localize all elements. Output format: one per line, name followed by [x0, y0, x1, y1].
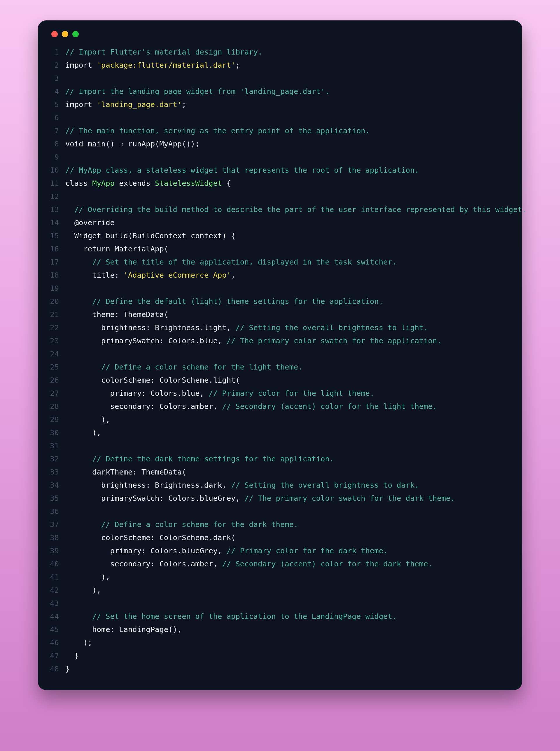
line-number: 9	[49, 150, 65, 164]
line-content: // Set the home screen of the applicatio…	[65, 610, 511, 623]
token-comment: // The main function, serving as the ent…	[65, 126, 370, 135]
line-number: 43	[49, 597, 65, 610]
code-line: 33 darkTheme: ThemeData(	[49, 465, 511, 479]
line-number: 21	[49, 308, 65, 321]
token-comment: // Set the home screen of the applicatio…	[92, 612, 397, 621]
line-content: // The main function, serving as the ent…	[65, 124, 511, 137]
token-comment: // Import the landing page widget from '…	[65, 87, 329, 96]
code-line: 42 ),	[49, 584, 511, 597]
code-line: 31	[49, 439, 511, 452]
line-number: 38	[49, 531, 65, 544]
token-plain: brightness: Brightness.dark,	[65, 481, 231, 489]
line-number: 14	[49, 216, 65, 229]
line-content: brightness: Brightness.dark, // Setting …	[65, 479, 511, 492]
line-content: darkTheme: ThemeData(	[65, 465, 511, 479]
line-number: 11	[49, 177, 65, 190]
token-keyword: extends	[115, 179, 155, 187]
line-content: theme: ThemeData(	[65, 308, 511, 321]
line-number: 17	[49, 256, 65, 269]
token-type: StatelessWidget	[155, 179, 222, 187]
line-content: ),	[65, 426, 511, 439]
code-block: 1// Import Flutter's material design lib…	[49, 45, 511, 675]
token-plain: ),	[65, 586, 101, 594]
line-number: 36	[49, 505, 65, 518]
code-line: 16 return MaterialApp(	[49, 242, 511, 256]
line-number: 3	[49, 72, 65, 85]
line-content: // Import the landing page widget from '…	[65, 85, 511, 98]
line-number: 7	[49, 124, 65, 137]
code-line: 18 title: 'Adaptive eCommerce App',	[49, 269, 511, 282]
line-content: title: 'Adaptive eCommerce App',	[65, 269, 511, 282]
line-content: void main() ⇒ runApp(MyApp());	[65, 137, 511, 150]
line-content	[65, 190, 511, 203]
token-plain: }	[65, 651, 79, 660]
code-line: 44 // Set the home screen of the applica…	[49, 610, 511, 623]
line-number: 46	[49, 636, 65, 649]
token-comment: // Overriding the build method to descri…	[74, 205, 527, 214]
token-comment: // Define the dark theme settings for th…	[92, 454, 334, 463]
token-plain: void main() ⇒ runApp(MyApp());	[65, 139, 200, 148]
token-plain: secondary: Colors.amber,	[65, 402, 222, 411]
token-plain: colorScheme: ColorScheme.light(	[65, 376, 240, 384]
token-plain: primary: Colors.blueGrey,	[65, 546, 227, 555]
token-class: MyApp	[92, 179, 115, 187]
line-number: 1	[49, 45, 65, 59]
token-comment: // Define a color scheme for the light t…	[101, 363, 303, 371]
code-line: 10// MyApp class, a stateless widget tha…	[49, 164, 511, 177]
code-line: 23 primarySwatch: Colors.blue, // The pr…	[49, 334, 511, 347]
line-number: 28	[49, 400, 65, 413]
token-plain: return MaterialApp(	[65, 244, 168, 253]
code-line: 4// Import the landing page widget from …	[49, 85, 511, 98]
line-number: 6	[49, 111, 65, 124]
line-number: 39	[49, 544, 65, 557]
line-number: 16	[49, 242, 65, 256]
code-line: 24	[49, 347, 511, 361]
line-content	[65, 505, 511, 518]
maximize-icon[interactable]	[72, 31, 79, 37]
line-content: // Define a color scheme for the light t…	[65, 361, 511, 373]
line-number: 27	[49, 387, 65, 400]
token-plain	[65, 297, 92, 306]
code-line: 1// Import Flutter's material design lib…	[49, 45, 511, 59]
line-number: 5	[49, 98, 65, 111]
token-string: 'package:flutter/material.dart'	[97, 61, 235, 69]
line-number: 45	[49, 623, 65, 636]
line-content: primary: Colors.blue, // Primary color f…	[65, 387, 511, 400]
line-number: 48	[49, 662, 65, 675]
line-content: // Import Flutter's material design libr…	[65, 45, 511, 59]
code-line: 5import 'landing_page.dart';	[49, 98, 511, 111]
token-comment: // Secondary (accent) color for the ligh…	[222, 402, 437, 411]
code-line: 25 // Define a color scheme for the ligh…	[49, 361, 511, 373]
line-content	[65, 150, 511, 164]
token-plain: {	[222, 179, 231, 187]
line-content	[65, 439, 511, 452]
line-number: 23	[49, 334, 65, 347]
line-number: 34	[49, 479, 65, 492]
token-comment: // Set the title of the application, dis…	[92, 258, 397, 266]
line-content: secondary: Colors.amber, // Secondary (a…	[65, 400, 511, 413]
token-plain: primary: Colors.blue,	[65, 389, 208, 398]
token-plain: theme: ThemeData(	[65, 310, 168, 319]
token-plain: ;	[235, 61, 240, 69]
token-plain: Widget build(BuildContext context) {	[65, 231, 235, 240]
code-line: 7// The main function, serving as the en…	[49, 124, 511, 137]
token-plain	[65, 454, 92, 463]
code-line: 8void main() ⇒ runApp(MyApp());	[49, 137, 511, 150]
line-content: ),	[65, 413, 511, 426]
line-number: 8	[49, 137, 65, 150]
token-comment: // Import Flutter's material design libr…	[65, 47, 262, 56]
code-line: 19	[49, 282, 511, 295]
token-comment: // Define the default (light) theme sett…	[92, 297, 383, 306]
code-line: 12	[49, 190, 511, 203]
token-comment: // Setting the overall brightness to dar…	[231, 481, 419, 489]
code-line: 48}	[49, 662, 511, 675]
token-plain: @override	[65, 218, 115, 227]
code-line: 6	[49, 111, 511, 124]
close-icon[interactable]	[51, 31, 58, 37]
code-line: 17 // Set the title of the application, …	[49, 256, 511, 269]
token-comment: // Define a color scheme for the dark th…	[101, 520, 298, 529]
minimize-icon[interactable]	[62, 31, 68, 37]
line-number: 13	[49, 203, 65, 216]
line-number: 32	[49, 452, 65, 465]
token-plain: secondary: Colors.amber,	[65, 560, 222, 568]
